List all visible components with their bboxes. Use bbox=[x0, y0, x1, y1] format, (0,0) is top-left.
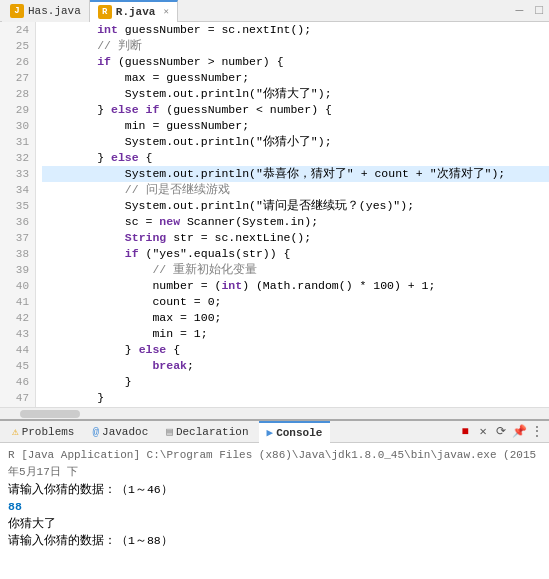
line-number-26: 26 bbox=[6, 54, 29, 70]
code-line-43: min = 1; bbox=[42, 326, 549, 342]
line-number-32: 32 bbox=[6, 150, 29, 166]
code-line-35: System.out.println("请问是否继续玩？(yes)"); bbox=[42, 198, 549, 214]
line-number-43: 43 bbox=[6, 326, 29, 342]
line-numbers: 2425262728293031323334353637383940414243… bbox=[0, 22, 36, 407]
line-number-45: 45 bbox=[6, 358, 29, 374]
console-header: R [Java Application] C:\Program Files (x… bbox=[8, 447, 541, 481]
tab-problems[interactable]: ⚠ Problems bbox=[4, 421, 82, 443]
code-line-41: count = 0; bbox=[42, 294, 549, 310]
maximize-icon[interactable]: □ bbox=[529, 3, 549, 18]
scrollbar-thumb[interactable] bbox=[20, 410, 80, 418]
console-line-3: 请输入你猜的数据：（1～88） bbox=[8, 532, 541, 549]
line-number-24: 24 bbox=[6, 22, 29, 38]
tab-javadoc[interactable]: @ Javadoc bbox=[84, 421, 156, 443]
stop-button[interactable]: ■ bbox=[457, 424, 473, 440]
line-number-28: 28 bbox=[6, 86, 29, 102]
minimize-icon[interactable]: — bbox=[509, 3, 529, 18]
code-line-27: max = guessNumber; bbox=[42, 70, 549, 86]
console-line-0: 请输入你猜的数据：（1～46） bbox=[8, 481, 541, 498]
code-line-25: // 判断 bbox=[42, 38, 549, 54]
code-line-31: System.out.println("你猜小了"); bbox=[42, 134, 549, 150]
line-number-38: 38 bbox=[6, 246, 29, 262]
code-line-45: break; bbox=[42, 358, 549, 374]
javadoc-icon: @ bbox=[92, 426, 99, 438]
code-scroll-area[interactable]: 2425262728293031323334353637383940414243… bbox=[0, 22, 549, 407]
code-line-30: min = guessNumber; bbox=[42, 118, 549, 134]
line-number-42: 42 bbox=[6, 310, 29, 326]
code-line-33: System.out.println("恭喜你，猜对了" + count + "… bbox=[42, 166, 549, 182]
line-number-29: 29 bbox=[6, 102, 29, 118]
code-line-39: // 重新初始化变量 bbox=[42, 262, 549, 278]
line-number-39: 39 bbox=[6, 262, 29, 278]
code-line-38: if ("yes".equals(str)) { bbox=[42, 246, 549, 262]
code-line-44: } else { bbox=[42, 342, 549, 358]
code-line-32: } else { bbox=[42, 150, 549, 166]
line-number-31: 31 bbox=[6, 134, 29, 150]
line-number-37: 37 bbox=[6, 230, 29, 246]
code-line-24: int guessNumber = sc.nextInt(); bbox=[42, 22, 549, 38]
tab-declaration[interactable]: ▤ Declaration bbox=[158, 421, 256, 443]
bottom-tab-bar: ⚠ Problems @ Javadoc ▤ Declaration ▶ Con… bbox=[0, 421, 549, 443]
problems-label: Problems bbox=[22, 426, 75, 438]
r-java-icon: R bbox=[98, 5, 112, 19]
console-output: R [Java Application] C:\Program Files (x… bbox=[0, 443, 549, 579]
problems-icon: ⚠ bbox=[12, 425, 19, 438]
horizontal-scrollbar[interactable] bbox=[0, 407, 549, 419]
pin-button[interactable]: 📌 bbox=[511, 424, 527, 440]
javadoc-label: Javadoc bbox=[102, 426, 148, 438]
declaration-label: Declaration bbox=[176, 426, 249, 438]
line-number-41: 41 bbox=[6, 294, 29, 310]
has-java-label: Has.java bbox=[28, 5, 81, 17]
code-line-28: System.out.println("你猜大了"); bbox=[42, 86, 549, 102]
line-number-40: 40 bbox=[6, 278, 29, 294]
line-number-34: 34 bbox=[6, 182, 29, 198]
code-line-40: number = (int) (Math.random() * 100) + 1… bbox=[42, 278, 549, 294]
code-content[interactable]: int guessNumber = sc.nextInt(); // 判断 if… bbox=[36, 22, 549, 407]
console-label: Console bbox=[276, 427, 322, 439]
line-number-30: 30 bbox=[6, 118, 29, 134]
code-line-46: } bbox=[42, 374, 549, 390]
bottom-toolbar: ■ ✕ ⟳ 📌 ⋮ bbox=[453, 423, 549, 441]
console-line-2: 你猜大了 bbox=[8, 515, 541, 532]
line-number-33: 33 bbox=[6, 166, 29, 182]
tab-close-icon[interactable]: ✕ bbox=[163, 6, 168, 17]
code-line-34: // 问是否继续游戏 bbox=[42, 182, 549, 198]
line-number-46: 46 bbox=[6, 374, 29, 390]
more-options-button[interactable]: ⋮ bbox=[529, 424, 545, 440]
close-console-button[interactable]: ✕ bbox=[475, 424, 491, 440]
line-number-47: 47 bbox=[6, 390, 29, 406]
line-number-36: 36 bbox=[6, 214, 29, 230]
declaration-icon: ▤ bbox=[166, 425, 173, 438]
line-number-44: 44 bbox=[6, 342, 29, 358]
has-java-icon: J bbox=[10, 4, 24, 18]
bottom-panel: ⚠ Problems @ Javadoc ▤ Declaration ▶ Con… bbox=[0, 419, 549, 579]
console-number: 88 bbox=[8, 500, 22, 513]
tab-r[interactable]: R R.java ✕ bbox=[90, 0, 178, 22]
line-number-27: 27 bbox=[6, 70, 29, 86]
tab-console[interactable]: ▶ Console bbox=[259, 421, 331, 443]
code-editor: 2425262728293031323334353637383940414243… bbox=[0, 22, 549, 419]
tab-has[interactable]: J Has.java bbox=[2, 0, 90, 22]
r-java-label: R.java bbox=[116, 6, 156, 18]
code-line-36: sc = new Scanner(System.in); bbox=[42, 214, 549, 230]
line-number-25: 25 bbox=[6, 38, 29, 54]
code-line-26: if (guessNumber > number) { bbox=[42, 54, 549, 70]
console-line-1: 88 bbox=[8, 498, 541, 515]
code-line-37: String str = sc.nextLine(); bbox=[42, 230, 549, 246]
console-icon: ▶ bbox=[267, 426, 274, 439]
code-line-29: } else if (guessNumber < number) { bbox=[42, 102, 549, 118]
tab-bar: J Has.java R R.java ✕ — □ bbox=[0, 0, 549, 22]
code-line-47: } bbox=[42, 390, 549, 406]
console-lines: 请输入你猜的数据：（1～46）88你猜大了请输入你猜的数据：（1～88） bbox=[8, 481, 541, 549]
line-number-35: 35 bbox=[6, 198, 29, 214]
code-line-42: max = 100; bbox=[42, 310, 549, 326]
scroll-lock-button[interactable]: ⟳ bbox=[493, 424, 509, 440]
